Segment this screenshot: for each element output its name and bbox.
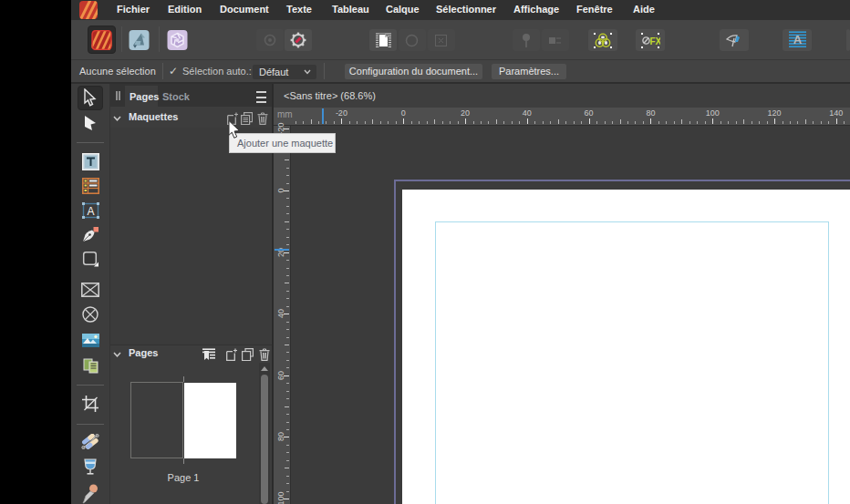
svg-text:A: A	[793, 33, 803, 46]
svg-text:FX: FX	[650, 36, 661, 46]
svg-text:A: A	[87, 205, 94, 218]
